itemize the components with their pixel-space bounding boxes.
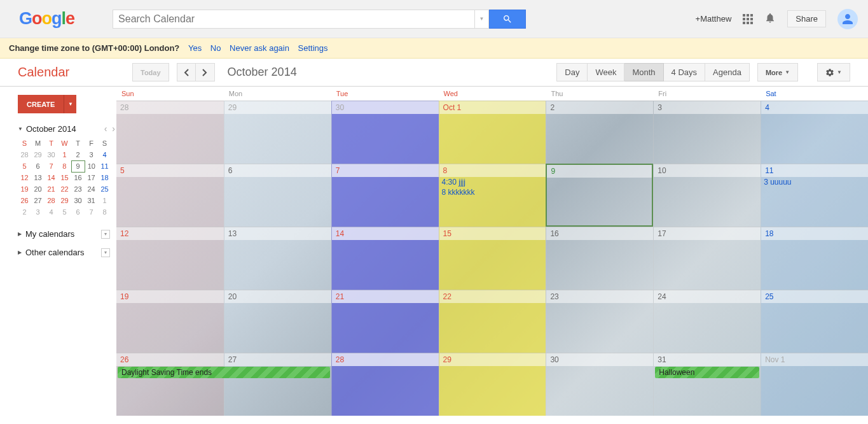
banner-never[interactable]: Never ask again <box>230 43 289 53</box>
day-cell[interactable]: 7 <box>331 164 439 227</box>
mini-day-cell[interactable]: 17 <box>85 172 98 183</box>
day-cell[interactable]: 18 <box>761 227 868 290</box>
event-bar[interactable]: Halloween <box>655 367 759 378</box>
view-agenda[interactable]: Agenda <box>705 63 750 81</box>
banner-no[interactable]: No <box>210 43 221 53</box>
dropdown-box-icon[interactable]: ▾ <box>101 230 110 239</box>
google-logo[interactable]: Google <box>19 9 74 29</box>
event-item[interactable]: 8 kkkkkkk <box>439 187 546 197</box>
day-cell[interactable]: 30 <box>546 353 653 416</box>
mini-day-cell[interactable]: 24 <box>85 183 98 195</box>
share-button[interactable]: Share <box>787 10 826 27</box>
mini-day-cell[interactable]: 13 <box>31 172 45 183</box>
day-cell[interactable]: 6 <box>224 164 331 227</box>
day-cell[interactable]: Oct 1 <box>439 101 546 164</box>
day-cell[interactable]: Nov 1 <box>761 353 868 416</box>
mini-day-cell[interactable]: 4 <box>45 206 58 218</box>
mini-day-cell[interactable]: 23 <box>71 183 85 195</box>
day-cell[interactable]: 15 <box>439 227 546 290</box>
create-button[interactable]: CREATE <box>18 95 64 113</box>
mini-day-cell[interactable]: 11 <box>98 160 111 172</box>
day-cell[interactable]: 20 <box>224 290 331 353</box>
mini-day-cell[interactable]: 3 <box>85 149 98 160</box>
mini-day-cell[interactable]: 26 <box>18 195 31 206</box>
mini-day-cell[interactable]: 2 <box>18 206 31 218</box>
day-cell[interactable]: 30 <box>331 101 439 164</box>
mini-day-cell[interactable]: 1 <box>58 149 71 160</box>
day-cell[interactable]: 13 <box>224 227 331 290</box>
mini-day-cell[interactable]: 15 <box>58 172 71 183</box>
mini-day-cell[interactable]: 22 <box>58 183 71 195</box>
day-cell[interactable]: 31Halloween <box>653 353 761 416</box>
day-cell[interactable]: 21 <box>331 290 439 353</box>
search-dropdown[interactable]: ▼ <box>475 10 489 29</box>
day-cell[interactable]: 2 <box>546 101 653 164</box>
banner-settings[interactable]: Settings <box>298 43 328 53</box>
today-button[interactable]: Today <box>132 63 169 81</box>
day-cell[interactable]: 29 <box>224 101 331 164</box>
mini-day-cell[interactable]: 31 <box>85 195 98 206</box>
day-cell[interactable]: 28 <box>331 353 439 416</box>
mini-day-cell[interactable]: 30 <box>71 195 85 206</box>
day-cell[interactable]: 84:30 jjjj8 kkkkkkk <box>439 164 546 227</box>
my-calendars-header[interactable]: ▶ My calendars ▾ <box>18 229 116 239</box>
event-item[interactable]: 3 uuuuu <box>761 177 868 187</box>
mini-prev[interactable]: ‹ <box>104 124 107 134</box>
mini-day-cell[interactable]: 28 <box>45 195 58 206</box>
mini-day-cell[interactable]: 7 <box>45 160 58 172</box>
banner-yes[interactable]: Yes <box>188 43 202 53</box>
mini-day-cell[interactable]: 1 <box>98 195 111 206</box>
settings-button[interactable]: ▼ <box>817 63 850 81</box>
day-cell[interactable]: 22 <box>439 290 546 353</box>
day-cell[interactable]: 4 <box>761 101 868 164</box>
mini-day-cell[interactable]: 30 <box>45 149 58 160</box>
mini-day-cell[interactable]: 21 <box>45 183 58 195</box>
mini-day-cell[interactable]: 6 <box>71 206 85 218</box>
mini-day-cell[interactable]: 12 <box>18 172 31 183</box>
mini-day-cell[interactable]: 6 <box>31 160 45 172</box>
mini-day-cell[interactable]: 8 <box>58 160 71 172</box>
day-cell[interactable]: 14 <box>331 227 439 290</box>
apps-icon[interactable] <box>743 14 753 24</box>
mini-next[interactable]: › <box>112 124 115 134</box>
create-dropdown[interactable]: ▼ <box>64 95 76 113</box>
mini-day-cell[interactable]: 29 <box>58 195 71 206</box>
mini-day-cell[interactable]: 29 <box>31 149 45 160</box>
day-cell[interactable]: 24 <box>653 290 761 353</box>
mini-day-cell[interactable]: 20 <box>31 183 45 195</box>
view-4days[interactable]: 4 Days <box>664 63 705 81</box>
view-week[interactable]: Week <box>588 63 624 81</box>
view-month[interactable]: Month <box>624 63 663 81</box>
dropdown-box-icon[interactable]: ▾ <box>101 248 110 257</box>
day-cell[interactable]: 5 <box>116 164 224 227</box>
day-cell[interactable]: 3 <box>653 101 761 164</box>
mini-day-cell[interactable]: 25 <box>98 183 111 195</box>
search-input[interactable] <box>113 10 475 29</box>
day-cell[interactable]: 10 <box>653 164 761 227</box>
prev-button[interactable] <box>177 63 196 81</box>
mini-day-cell[interactable]: 4 <box>98 149 111 160</box>
day-cell[interactable]: 113 uuuuu <box>761 164 868 227</box>
avatar[interactable] <box>837 9 858 29</box>
day-cell[interactable]: 12 <box>116 227 224 290</box>
plus-user-link[interactable]: +Matthew <box>696 14 732 24</box>
day-cell[interactable]: 26Daylight Saving Time ends <box>116 353 224 416</box>
mini-day-cell[interactable]: 14 <box>45 172 58 183</box>
mini-day-cell[interactable]: 10 <box>85 160 98 172</box>
day-cell[interactable]: 9 <box>546 164 653 227</box>
day-cell[interactable]: 28 <box>116 101 224 164</box>
mini-day-cell[interactable]: 27 <box>31 195 45 206</box>
mini-day-cell[interactable]: 5 <box>18 160 31 172</box>
mini-day-cell[interactable]: 3 <box>31 206 45 218</box>
day-cell[interactable]: 27 <box>224 353 331 416</box>
mini-day-cell[interactable]: 16 <box>71 172 85 183</box>
day-cell[interactable]: 16 <box>546 227 653 290</box>
mini-day-cell[interactable]: 18 <box>98 172 111 183</box>
mini-day-cell[interactable]: 9 <box>71 160 85 172</box>
search-button[interactable] <box>489 10 526 29</box>
more-button[interactable]: More▼ <box>757 63 798 81</box>
notifications-icon[interactable] <box>764 12 776 25</box>
mini-day-cell[interactable]: 5 <box>58 206 71 218</box>
mini-day-cell[interactable]: 8 <box>98 206 111 218</box>
event-item[interactable]: 4:30 jjjj <box>439 177 546 187</box>
